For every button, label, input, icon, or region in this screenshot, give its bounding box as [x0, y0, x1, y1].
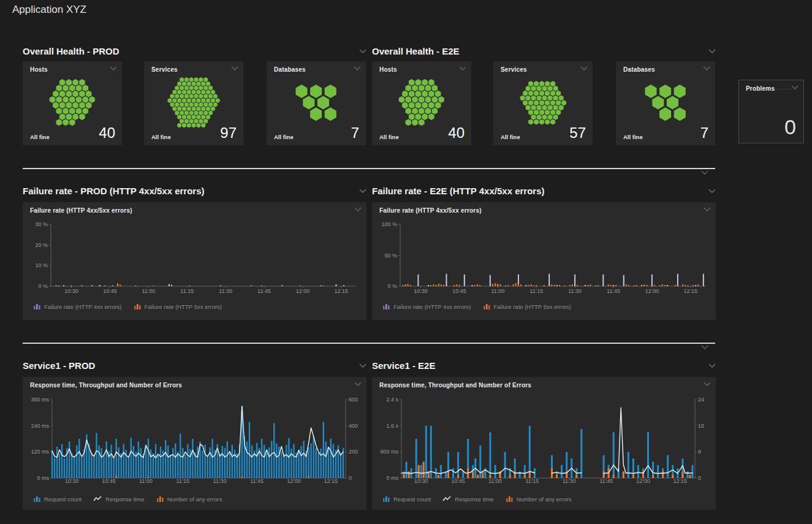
svg-text:10:30: 10:30: [65, 478, 79, 484]
entity-count: 57: [569, 126, 586, 140]
bar-series-icon: [134, 303, 142, 310]
health-tile-prod-hosts[interactable]: Hosts All fine 40: [23, 61, 122, 145]
svg-text:50 %: 50 %: [384, 253, 397, 259]
svg-text:0: 0: [349, 475, 352, 481]
svg-text:400: 400: [349, 423, 358, 429]
chart-tile-service-prod[interactable]: Response time, Throughput and Number of …: [23, 377, 366, 510]
legend-item[interactable]: Request count: [382, 495, 431, 503]
health-tile-prod-services[interactable]: Services All fine 97: [144, 61, 243, 145]
section-title: Overall Health - PROD: [23, 46, 120, 56]
chevron-down-icon[interactable]: [359, 49, 366, 53]
svg-text:11:00: 11:00: [491, 288, 504, 294]
svg-text:8: 8: [698, 449, 701, 455]
entity-count: 7: [700, 126, 708, 140]
svg-text:10:30: 10:30: [414, 288, 428, 294]
svg-text:11:00: 11:00: [488, 478, 502, 484]
chart-title: Response time, Throughput and Number of …: [30, 382, 182, 389]
legend-label: Failure rate (HTTP 4xx errors): [393, 303, 471, 310]
svg-text:10:30: 10:30: [64, 288, 78, 294]
svg-text:11:00: 11:00: [142, 288, 155, 294]
chevron-down-icon[interactable]: [231, 66, 238, 70]
svg-text:12:00: 12:00: [636, 478, 650, 484]
chevron-down-icon[interactable]: [359, 189, 366, 193]
section-title: Service1 - PROD: [23, 360, 95, 371]
legend-item[interactable]: Number of any errors: [506, 495, 572, 503]
svg-text:12:00: 12:00: [287, 478, 301, 484]
status-label: All fine: [151, 134, 171, 140]
bar-series-icon: [33, 303, 41, 310]
svg-text:11:30: 11:30: [219, 288, 232, 294]
svg-text:10:45: 10:45: [102, 478, 116, 484]
health-tile-e2e-databases[interactable]: Databases All fine 7: [616, 61, 715, 145]
svg-text:10:30: 10:30: [414, 478, 428, 484]
svg-text:0 %: 0 %: [387, 283, 397, 289]
chevron-down-icon[interactable]: [354, 382, 362, 386]
legend-item[interactable]: Failure rate (HTTP 5xx errors): [483, 303, 572, 310]
legend-label: Number of any errors: [167, 496, 222, 503]
chevron-down-icon[interactable]: [354, 66, 361, 70]
chevron-down-icon[interactable]: [703, 66, 710, 70]
tile-title: Services: [151, 66, 178, 73]
svg-text:12:15: 12:15: [335, 288, 349, 294]
legend-label: Number of any errors: [517, 496, 572, 503]
legend-item[interactable]: Request count: [33, 495, 82, 503]
chevron-down-icon[interactable]: [704, 207, 711, 211]
svg-text:12:15: 12:15: [324, 478, 338, 484]
legend-item[interactable]: Response time: [93, 495, 144, 503]
health-tile-e2e-services[interactable]: Services All fine 57: [493, 61, 593, 145]
chart-tile-service-e2e[interactable]: Response time, Throughput and Number of …: [372, 377, 716, 510]
chart-tile-failure-prod[interactable]: Failure rate (HTTP 4xx/5xx errors) 0 %10…: [23, 202, 366, 320]
legend-item[interactable]: Number of any errors: [156, 495, 222, 503]
chevron-down-icon[interactable]: [791, 85, 799, 89]
chevron-down-icon[interactable]: [701, 345, 708, 349]
svg-text:11:30: 11:30: [563, 478, 576, 484]
section-header-service-prod: Service1 - PROD: [23, 359, 366, 372]
service-metrics-chart: 0 ms120 ms240 ms360 ms020040060010:3010:…: [23, 393, 366, 510]
chart-title: Failure rate (HTTP 4xx/5xx errors): [30, 207, 132, 214]
legend-item[interactable]: Response time: [442, 495, 493, 503]
legend-item[interactable]: Failure rate (HTTP 5xx errors): [134, 303, 222, 310]
chevron-down-icon[interactable]: [701, 170, 708, 175]
chevron-down-icon[interactable]: [110, 66, 117, 70]
health-tile-e2e-hosts[interactable]: Hosts All fine 40: [372, 61, 471, 145]
chevron-down-icon[interactable]: [459, 66, 466, 70]
svg-text:10 %: 10 %: [35, 262, 48, 268]
chevron-down-icon[interactable]: [708, 49, 716, 53]
chart-tile-failure-e2e[interactable]: Failure rate (HTTP 4xx/5xx errors) 0 %50…: [372, 202, 716, 320]
chevron-down-icon[interactable]: [359, 363, 366, 368]
honeycomb-health-map: [372, 76, 471, 129]
svg-text:11:45: 11:45: [599, 478, 613, 484]
chevron-down-icon[interactable]: [708, 189, 716, 193]
legend-label: Request count: [393, 496, 431, 503]
svg-text:24: 24: [698, 397, 704, 403]
svg-text:600: 600: [349, 397, 358, 403]
tile-title: Hosts: [379, 66, 397, 73]
service-metrics-chart: 0 ms800 ms1.6 s2.4 s08162410:3010:4511:0…: [372, 393, 716, 510]
legend-item[interactable]: Failure rate (HTTP 4xx errors): [33, 303, 122, 310]
svg-text:11:45: 11:45: [607, 288, 620, 294]
honeycomb-health-map: [616, 76, 715, 129]
legend-label: Response time: [455, 496, 493, 503]
chevron-down-icon[interactable]: [580, 66, 588, 70]
bar-series-icon: [382, 303, 390, 310]
legend-label: Failure rate (HTTP 5xx errors): [145, 303, 222, 310]
chevron-down-icon[interactable]: [354, 207, 362, 211]
svg-text:240 ms: 240 ms: [31, 423, 49, 429]
section-title: Overall Health - E2E: [372, 46, 460, 56]
section-divider: [23, 168, 715, 169]
svg-text:10:45: 10:45: [103, 288, 117, 294]
legend-label: Request count: [44, 496, 82, 503]
legend-item[interactable]: Failure rate (HTTP 4xx errors): [382, 303, 471, 310]
line-series-icon: [93, 495, 102, 503]
chevron-down-icon[interactable]: [708, 363, 716, 368]
honeycomb-health-map: [267, 76, 366, 129]
section-title: Failure rate - E2E (HTTP 4xx/5xx errors): [372, 186, 545, 196]
svg-text:11:15: 11:15: [529, 288, 543, 294]
health-tile-prod-databases[interactable]: Databases All fine 7: [267, 61, 366, 145]
svg-text:1.6 s: 1.6 s: [386, 423, 398, 429]
svg-text:200: 200: [349, 449, 358, 455]
svg-text:10:45: 10:45: [451, 478, 465, 484]
chevron-down-icon[interactable]: [704, 382, 711, 386]
problems-tile[interactable]: Problems 0: [738, 80, 804, 143]
honeycomb-health-map: [23, 76, 122, 129]
